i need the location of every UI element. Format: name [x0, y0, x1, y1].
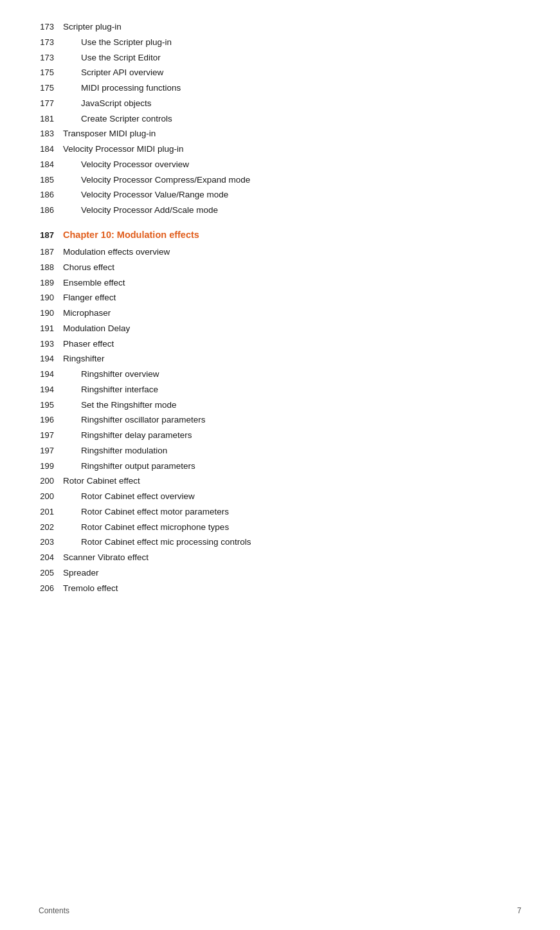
entry-label: Rotor Cabinet effect microphone types — [63, 520, 229, 535]
toc-entry[interactable]: 194Ringshifter — [39, 351, 509, 367]
entry-label: Scripter API overview — [63, 65, 163, 80]
toc-entry[interactable]: 173Use the Script Editor — [39, 50, 509, 66]
page-number: 194 — [39, 352, 63, 367]
page-container: 173Scripter plug-in173Use the Scripter p… — [0, 0, 560, 634]
toc-entry[interactable]: 186Velocity Processor Value/Range mode — [39, 187, 509, 203]
toc-entry[interactable]: 189Ensemble effect — [39, 275, 509, 291]
entry-label: Chorus effect — [63, 260, 114, 275]
entry-label: Velocity Processor MIDI plug-in — [63, 141, 184, 157]
page-number: 205 — [39, 566, 63, 581]
toc-entry[interactable]: 202Rotor Cabinet effect microphone types — [39, 520, 509, 535]
toc-entry[interactable]: 203Rotor Cabinet effect mic processing c… — [39, 534, 509, 550]
toc-entry[interactable]: 199Ringshifter output parameters — [39, 459, 509, 474]
toc-entry[interactable]: 197Ringshifter delay parameters — [39, 428, 509, 443]
toc-entry[interactable]: 205Spreader — [39, 565, 509, 581]
toc-entry[interactable]: 190Microphaser — [39, 305, 509, 321]
page-number: 175 — [39, 81, 63, 96]
toc-entry[interactable]: 183Transposer MIDI plug-in — [39, 126, 509, 141]
entry-label: Scripter plug-in — [63, 19, 122, 35]
page-number: 186 — [39, 203, 63, 218]
page-number: 190 — [39, 306, 63, 321]
entry-label: Ringshifter modulation — [63, 443, 167, 459]
page-number: 204 — [39, 551, 63, 565]
page-number: 194 — [39, 367, 63, 382]
toc-entry[interactable]: 195Set the Ringshifter mode — [39, 397, 509, 413]
page-number: 173 — [39, 20, 63, 35]
entry-label: Velocity Processor Value/Range mode — [63, 187, 228, 203]
page-number: 191 — [39, 322, 63, 336]
entry-label: Modulation Delay — [63, 321, 130, 336]
toc-entry[interactable]: 204Scanner Vibrato effect — [39, 550, 509, 565]
spacer — [39, 218, 509, 224]
page-number: 181 — [39, 112, 63, 127]
entry-label: Ensemble effect — [63, 275, 125, 291]
entry-label: Use the Scripter plug-in — [63, 35, 172, 50]
page-number: 173 — [39, 35, 63, 50]
footer-page-number: 7 — [517, 906, 521, 915]
toc-entry[interactable]: 194Ringshifter interface — [39, 382, 509, 397]
toc-entry[interactable]: 175Scripter API overview — [39, 65, 509, 80]
toc-entry[interactable]: 173Scripter plug-in — [39, 19, 509, 35]
page-number: 187 — [39, 245, 63, 260]
toc-entry[interactable]: 188Chorus effect — [39, 260, 509, 275]
toc-entry[interactable]: 194Ringshifter overview — [39, 367, 509, 382]
page-number: 189 — [39, 276, 63, 291]
page-number: 190 — [39, 291, 63, 305]
toc-entry[interactable]: 181Create Scripter controls — [39, 111, 509, 127]
toc-entry[interactable]: 186Velocity Processor Add/Scale mode — [39, 203, 509, 218]
toc-entry[interactable]: 200Rotor Cabinet effect — [39, 473, 509, 489]
page-number: 194 — [39, 383, 63, 397]
page-number: 184 — [39, 158, 63, 172]
page-number: 197 — [39, 444, 63, 459]
page-number: 200 — [39, 489, 63, 504]
toc-entry[interactable]: 173Use the Scripter plug-in — [39, 35, 509, 50]
toc-entry[interactable]: 197Ringshifter modulation — [39, 443, 509, 459]
page-number: 177 — [39, 96, 63, 111]
toc-entry[interactable]: 187Chapter 10: Modulation effects — [39, 227, 509, 243]
page-number: 199 — [39, 459, 63, 474]
toc-entry[interactable]: 184Velocity Processor MIDI plug-in — [39, 141, 509, 157]
entry-label: Spreader — [63, 565, 99, 581]
page-number: 201 — [39, 505, 63, 520]
toc-entry[interactable]: 187Modulation effects overview — [39, 244, 509, 260]
page-number: 206 — [39, 581, 63, 596]
entry-label: JavaScript objects — [63, 96, 152, 111]
page-number: 203 — [39, 535, 63, 550]
entry-label: Flanger effect — [63, 290, 116, 305]
entry-label: Rotor Cabinet effect mic processing cont… — [63, 534, 251, 550]
page-number: 184 — [39, 142, 63, 157]
entry-label: Ringshifter delay parameters — [63, 428, 192, 443]
page-number: 196 — [39, 413, 63, 428]
page-number: 195 — [39, 398, 63, 413]
toc-entry[interactable]: 175MIDI processing functions — [39, 80, 509, 96]
footer-contents-label: Contents — [39, 906, 69, 915]
toc-list: 173Scripter plug-in173Use the Scripter p… — [39, 19, 509, 596]
page-number: 183 — [39, 127, 63, 141]
entry-label: Modulation effects overview — [63, 244, 170, 260]
page-number: 202 — [39, 520, 63, 535]
toc-entry[interactable]: 206Tremolo effect — [39, 581, 509, 596]
entry-label: Scanner Vibrato effect — [63, 550, 149, 565]
entry-label: Use the Script Editor — [63, 50, 161, 66]
entry-label: Tremolo effect — [63, 581, 118, 596]
entry-label: Transposer MIDI plug-in — [63, 126, 156, 141]
entry-label: Ringshifter interface — [63, 382, 158, 397]
entry-label: Ringshifter output parameters — [63, 459, 195, 474]
toc-entry[interactable]: 191Modulation Delay — [39, 321, 509, 336]
page-number: 187 — [39, 228, 63, 243]
toc-entry[interactable]: 196Ringshifter oscillator parameters — [39, 412, 509, 428]
page-number: 197 — [39, 428, 63, 443]
toc-entry[interactable]: 193Phaser effect — [39, 336, 509, 352]
entry-label: Rotor Cabinet effect motor parameters — [63, 504, 229, 520]
toc-entry[interactable]: 185Velocity Processor Compress/Expand mo… — [39, 172, 509, 188]
page-number: 185 — [39, 173, 63, 188]
entry-label: Velocity Processor Add/Scale mode — [63, 203, 218, 218]
toc-entry[interactable]: 200Rotor Cabinet effect overview — [39, 489, 509, 504]
entry-label: Phaser effect — [63, 336, 114, 352]
toc-entry[interactable]: 184Velocity Processor overview — [39, 157, 509, 172]
toc-entry[interactable]: 190Flanger effect — [39, 290, 509, 305]
page-number: 175 — [39, 66, 63, 80]
toc-entry[interactable]: 201Rotor Cabinet effect motor parameters — [39, 504, 509, 520]
page-number: 200 — [39, 474, 63, 489]
toc-entry[interactable]: 177JavaScript objects — [39, 96, 509, 111]
